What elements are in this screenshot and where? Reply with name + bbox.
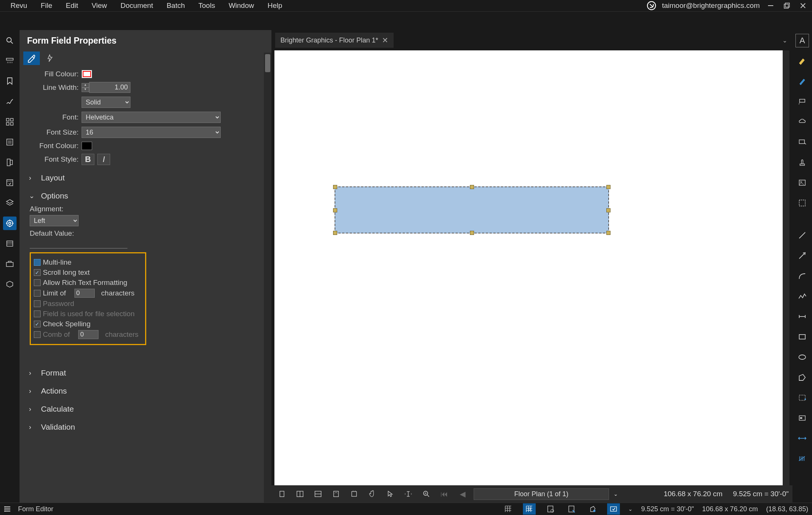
alignment-select[interactable]: Left: [30, 215, 79, 226]
snapshot-tool-icon[interactable]: [795, 196, 809, 210]
menu-edit[interactable]: Edit: [59, 2, 85, 10]
spelling-checkbox[interactable]: [34, 321, 41, 327]
line-width-down[interactable]: ▼: [82, 88, 89, 92]
limit-input[interactable]: [74, 289, 95, 298]
snap-markup-icon[interactable]: [565, 503, 578, 515]
snap-toggle-icon[interactable]: [523, 503, 536, 515]
appearance-tab[interactable]: [23, 52, 40, 65]
scroll-checkbox[interactable]: [34, 269, 41, 276]
list-icon[interactable]: [3, 135, 17, 149]
scroll-thumb[interactable]: [265, 54, 270, 72]
comb-input[interactable]: [78, 330, 98, 339]
calculate-section-header[interactable]: › Calculate: [29, 400, 262, 418]
dimension-tool-icon[interactable]: [795, 310, 809, 323]
status-dropdown-icon[interactable]: ⌄: [628, 506, 633, 512]
resize-handle[interactable]: [606, 208, 611, 212]
signature-icon[interactable]: [3, 95, 17, 108]
grid-icon[interactable]: [3, 115, 17, 129]
stamp-tool-icon[interactable]: [795, 156, 809, 169]
comb-checkbox[interactable]: [34, 331, 41, 338]
richtext-checkbox[interactable]: [34, 279, 41, 286]
ellipse-tool-icon[interactable]: [795, 350, 809, 364]
text-select-icon[interactable]: [401, 487, 415, 501]
line-tool-icon[interactable]: [795, 229, 809, 242]
menu-tools[interactable]: Tools: [192, 2, 222, 10]
tab-dropdown-icon[interactable]: ⌄: [782, 37, 787, 44]
font-colour-swatch[interactable]: [82, 142, 92, 150]
prev-page-icon[interactable]: ◀: [456, 487, 469, 501]
recent-icon[interactable]: [3, 237, 17, 250]
arc-tool-icon[interactable]: [795, 269, 809, 283]
resize-handle[interactable]: [470, 185, 474, 189]
resize-handle[interactable]: [470, 231, 474, 235]
spaces-icon[interactable]: [3, 277, 17, 291]
properties-icon[interactable]: [3, 217, 17, 230]
page-dropdown-icon[interactable]: ⌄: [614, 491, 618, 497]
line-width-up[interactable]: ▲: [82, 83, 89, 88]
form-editor-mode-icon[interactable]: [0, 504, 15, 514]
resize-handle[interactable]: [606, 185, 611, 189]
bold-button[interactable]: B: [82, 154, 94, 165]
window-minimize-button[interactable]: [765, 0, 776, 11]
limit-checkbox[interactable]: [34, 290, 41, 297]
grid-toggle-icon[interactable]: [502, 503, 515, 515]
select-icon[interactable]: [383, 487, 397, 501]
line-width-input[interactable]: [89, 82, 130, 93]
arrow-tool-icon[interactable]: [795, 249, 809, 262]
fit-width-icon[interactable]: [347, 487, 361, 501]
textbox-tool-icon[interactable]: A: [795, 34, 809, 47]
fit-page-icon[interactable]: [329, 487, 343, 501]
resize-handle[interactable]: [333, 208, 337, 212]
single-page-icon[interactable]: [275, 487, 289, 501]
document-canvas[interactable]: [274, 50, 789, 485]
panel-scrollbar[interactable]: [264, 53, 271, 503]
menu-help[interactable]: Help: [261, 2, 289, 10]
document-tab[interactable]: Brighter Graphics - Floor Plan 1* ✕: [275, 33, 394, 48]
actions-tab[interactable]: [42, 52, 58, 65]
menu-revu[interactable]: Revu: [4, 2, 34, 10]
sync-icon[interactable]: [607, 503, 620, 515]
split-vertical-icon[interactable]: [293, 487, 307, 501]
italic-button[interactable]: I: [97, 154, 110, 165]
count-tool-icon[interactable]: [795, 452, 809, 465]
thumbnails-icon[interactable]: [3, 54, 17, 68]
toolchest-icon[interactable]: [3, 257, 17, 271]
layout-section-header[interactable]: › Layout: [29, 169, 262, 187]
links-icon[interactable]: [3, 176, 17, 189]
layers-icon[interactable]: [3, 196, 17, 210]
zoom-icon[interactable]: [420, 487, 433, 501]
validation-section-header[interactable]: › Validation: [29, 418, 262, 436]
flags-icon[interactable]: [3, 156, 17, 169]
page-indicator[interactable]: Floor Plan (1 of 1): [474, 488, 609, 500]
multiline-checkbox[interactable]: [34, 259, 41, 266]
menu-window[interactable]: Window: [222, 2, 261, 10]
pan-icon[interactable]: [365, 487, 379, 501]
split-horizontal-icon[interactable]: [311, 487, 325, 501]
actions-section-header[interactable]: › Actions: [29, 382, 262, 400]
close-icon[interactable]: ✕: [382, 36, 388, 45]
reuse-icon[interactable]: [586, 503, 599, 515]
highlight-tool-icon[interactable]: [795, 54, 809, 68]
bookmarks-icon[interactable]: [3, 74, 17, 88]
menu-file[interactable]: File: [34, 2, 59, 10]
menu-document[interactable]: Document: [114, 2, 160, 10]
options-section-header[interactable]: ⌄ Options: [29, 187, 262, 205]
image-tool-icon[interactable]: [795, 176, 809, 189]
font-select[interactable]: Helvetica: [82, 112, 221, 123]
pen-tool-icon[interactable]: [795, 74, 809, 88]
font-size-select[interactable]: 16: [82, 127, 221, 138]
menu-batch[interactable]: Batch: [160, 2, 192, 10]
password-checkbox[interactable]: [34, 300, 41, 307]
window-close-button[interactable]: [798, 0, 808, 11]
cloud-tool-icon[interactable]: [795, 115, 809, 129]
window-restore-button[interactable]: [782, 0, 792, 11]
menu-view[interactable]: View: [85, 2, 114, 10]
redaction-tool-icon[interactable]: [795, 411, 809, 425]
fill-colour-swatch[interactable]: [82, 70, 92, 78]
cloud-plus-tool-icon[interactable]: [795, 391, 809, 404]
format-section-header[interactable]: › Format: [29, 364, 262, 382]
resize-handle[interactable]: [333, 231, 337, 235]
search-icon[interactable]: [3, 34, 17, 47]
polyline-tool-icon[interactable]: [795, 289, 809, 303]
snap-content-icon[interactable]: [544, 503, 557, 515]
